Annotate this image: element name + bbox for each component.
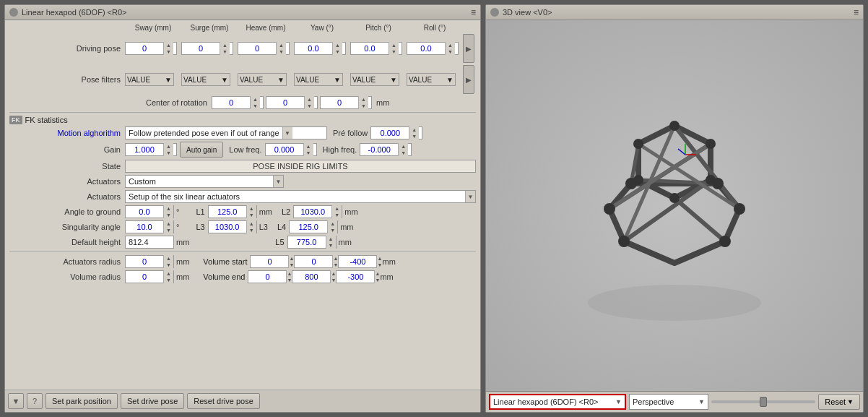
angle-input[interactable] [126, 207, 163, 216]
motion-algorithm-dropdown[interactable]: Follow pretended pose even if out of ran… [125, 126, 327, 139]
high-freq-spinbox[interactable]: ▲▼ [360, 143, 412, 156]
sway-down[interactable]: ▼ [164, 48, 173, 55]
act-radius-down[interactable]: ▼ [164, 262, 173, 268]
sing-down[interactable]: ▼ [164, 227, 173, 233]
set-drive-btn[interactable]: Set drive pose [121, 393, 184, 409]
cor-v3-input[interactable] [321, 98, 358, 107]
object-dropdown[interactable]: Linear hexapod (6DOF) <R0> ▼ [489, 394, 626, 410]
actuators2-dropdown[interactable]: Setup of the six linear actuators ▼ [125, 190, 476, 203]
ve2-up[interactable]: ▲ [331, 270, 336, 277]
gain-input[interactable] [126, 145, 163, 154]
heave-up[interactable]: ▲ [277, 42, 286, 48]
surge-up[interactable]: ▲ [220, 42, 230, 48]
ve3-spinbox[interactable]: ▲▼ [336, 270, 378, 283]
pitch-spinbox[interactable]: ▲▼ [350, 42, 402, 55]
cor-v3-up[interactable]: ▲ [359, 96, 368, 103]
vs2-input[interactable] [295, 257, 332, 266]
l2-down[interactable]: ▼ [332, 212, 342, 218]
sing-input[interactable] [126, 223, 163, 231]
reset-drive-btn[interactable]: Reset drive pose [187, 393, 260, 409]
yaw-input[interactable] [295, 44, 332, 53]
sway-spinbox[interactable]: ▲▼ [125, 42, 177, 55]
l3-up[interactable]: ▲ [247, 220, 256, 227]
vs2-up[interactable]: ▲ [333, 255, 338, 262]
cor-v1-input[interactable] [212, 98, 250, 107]
l5-spinbox[interactable]: ▲▼ [287, 236, 337, 249]
angle-up[interactable]: ▲ [164, 205, 173, 212]
pre-follow-input[interactable] [371, 129, 409, 137]
sway-up[interactable]: ▲ [164, 42, 173, 48]
cor-v2-input[interactable] [266, 98, 304, 107]
l2-input[interactable] [294, 207, 331, 216]
vs1-down[interactable]: ▼ [289, 262, 294, 268]
ve1-spinbox[interactable]: ▲▼ [248, 270, 290, 283]
l2-up[interactable]: ▲ [332, 205, 342, 212]
filter-sway[interactable]: VALUE▼ [125, 73, 174, 86]
ve1-input[interactable] [248, 272, 286, 281]
vol-radius-spinbox[interactable]: ▲▼ [125, 270, 174, 283]
low-freq-spinbox[interactable]: ▲▼ [265, 143, 317, 156]
low-freq-input[interactable] [266, 145, 303, 154]
l4-down[interactable]: ▼ [328, 227, 337, 233]
high-freq-input[interactable] [360, 145, 398, 154]
zoom-thumb[interactable] [760, 397, 767, 407]
ve2-input[interactable] [292, 272, 330, 281]
l5-down[interactable]: ▼ [326, 242, 336, 249]
gain-down[interactable]: ▼ [164, 150, 173, 156]
l3-input[interactable] [209, 223, 246, 231]
l4-spinbox[interactable]: ▲▼ [289, 220, 338, 233]
cor-v3-down[interactable]: ▼ [359, 103, 368, 109]
sing-up[interactable]: ▲ [164, 220, 173, 227]
left-panel-menu-icon[interactable]: ≡ [471, 7, 476, 17]
roll-up[interactable]: ▲ [446, 42, 455, 48]
roll-down[interactable]: ▼ [446, 48, 455, 55]
heave-spinbox[interactable]: ▲▼ [238, 42, 290, 55]
angle-down[interactable]: ▼ [164, 212, 173, 218]
view-dropdown[interactable]: Perspective ▼ [629, 394, 708, 410]
pre-follow-up[interactable]: ▲ [409, 126, 419, 133]
yaw-up[interactable]: ▲ [333, 42, 342, 48]
pitch-up[interactable]: ▲ [389, 42, 399, 48]
filter-roll[interactable]: VALUE▼ [407, 73, 456, 86]
low-freq-down[interactable]: ▼ [304, 150, 313, 156]
ve1-down[interactable]: ▼ [287, 277, 292, 283]
vs1-spinbox[interactable]: ▲▼ [250, 255, 292, 268]
vs2-down[interactable]: ▼ [333, 262, 338, 268]
surge-spinbox[interactable]: ▲▼ [181, 42, 233, 55]
l1-up[interactable]: ▲ [247, 205, 256, 212]
auto-gain-btn[interactable]: Auto gain [180, 142, 223, 158]
down-arrow-btn[interactable]: ▼ [8, 393, 24, 409]
vs1-up[interactable]: ▲ [289, 255, 294, 262]
l5-input[interactable] [288, 238, 326, 246]
act-radius-up[interactable]: ▲ [164, 255, 173, 262]
l5-up[interactable]: ▲ [326, 236, 336, 242]
filter-pitch[interactable]: VALUE▼ [350, 73, 399, 86]
l1-input[interactable] [209, 207, 246, 216]
l1-spinbox[interactable]: ▲▼ [208, 205, 257, 218]
l4-up[interactable]: ▲ [328, 220, 337, 227]
ve1-up[interactable]: ▲ [287, 270, 292, 277]
l3-down[interactable]: ▼ [247, 227, 256, 233]
cor-v3-spinbox[interactable]: ▲▼ [320, 96, 372, 109]
right-panel-menu-icon[interactable]: ≡ [854, 7, 859, 17]
gain-spinbox[interactable]: ▲▼ [125, 143, 177, 156]
surge-down[interactable]: ▼ [220, 48, 230, 55]
pitch-input[interactable] [351, 44, 389, 53]
gain-up[interactable]: ▲ [164, 143, 173, 150]
act-radius-input[interactable] [126, 257, 163, 266]
surge-input[interactable] [182, 44, 220, 53]
cor-v2-down[interactable]: ▼ [305, 103, 314, 109]
l1-down[interactable]: ▼ [247, 212, 256, 218]
high-freq-up[interactable]: ▲ [399, 143, 408, 150]
sway-input[interactable] [126, 44, 163, 53]
heave-input[interactable] [238, 44, 276, 53]
zoom-slider[interactable] [711, 400, 815, 403]
cor-v2-up[interactable]: ▲ [305, 96, 314, 103]
vol-radius-input[interactable] [126, 272, 163, 281]
set-park-btn[interactable]: Set park position [45, 393, 118, 409]
vol-radius-up[interactable]: ▲ [164, 270, 173, 277]
vs3-input[interactable] [339, 257, 376, 266]
yaw-down[interactable]: ▼ [333, 48, 342, 55]
roll-spinbox[interactable]: ▲▼ [407, 42, 459, 55]
filters-nav-arrow[interactable]: ▶ [463, 65, 474, 94]
